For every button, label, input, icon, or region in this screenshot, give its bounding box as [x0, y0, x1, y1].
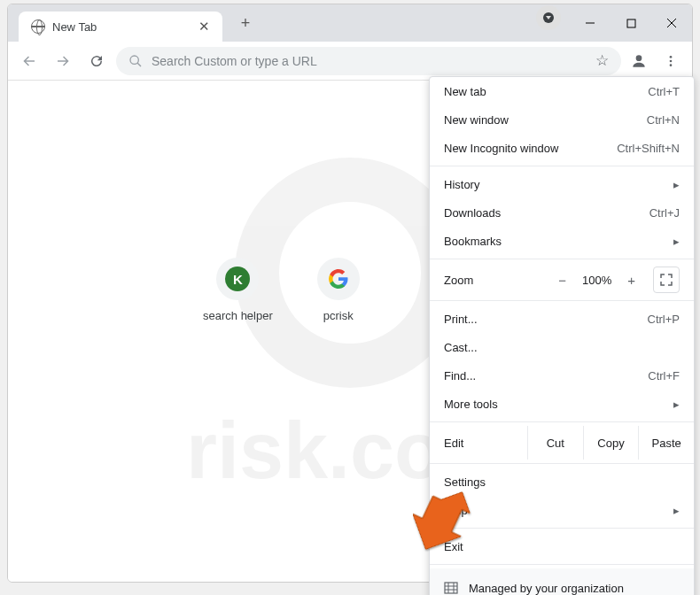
omnibox[interactable]: Search Custom or type a URL ☆ [116, 47, 621, 75]
menu-settings[interactable]: Settings [430, 468, 694, 496]
zoom-in-button[interactable]: + [627, 273, 635, 288]
toolbar: Search Custom or type a URL ☆ [8, 42, 692, 81]
menu-separator [430, 300, 694, 301]
svg-point-10 [670, 59, 673, 62]
menu-managed-by-org[interactable]: Managed by your organization [430, 568, 694, 595]
shortcut-label: pcrisk [323, 309, 354, 322]
close-tab-icon[interactable]: ✕ [198, 19, 210, 35]
menu-new-window[interactable]: New windowCtrl+N [430, 105, 694, 134]
kebab-menu-button[interactable] [657, 47, 685, 75]
zoom-out-button[interactable]: − [558, 273, 566, 288]
menu-new-tab[interactable]: New tabCtrl+T [430, 77, 694, 105]
menu-separator [430, 528, 694, 529]
edit-paste-button[interactable]: Paste [639, 426, 694, 460]
svg-point-11 [670, 64, 673, 66]
zoom-value: 100% [582, 274, 611, 287]
shortcut-label: search helper [203, 309, 273, 322]
chevron-right-icon: ▸ [673, 235, 680, 248]
shortcut-pcrisk[interactable]: pcrisk [317, 258, 360, 322]
svg-point-9 [670, 56, 673, 58]
menu-exit[interactable]: Exit [430, 532, 694, 560]
forward-button[interactable] [49, 47, 77, 75]
chevron-right-icon: ▸ [673, 504, 680, 517]
chevron-right-icon: ▸ [673, 178, 680, 191]
menu-separator [430, 259, 694, 259]
titlebar: New Tab ✕ + [8, 4, 692, 42]
maximize-button[interactable] [611, 5, 651, 41]
shortcut-icon [317, 258, 360, 300]
menu-new-incognito[interactable]: New Incognito windowCtrl+Shift+N [430, 134, 694, 162]
ntp-shortcuts: K search helper pcrisk [203, 258, 360, 322]
menu-separator [430, 564, 694, 565]
svg-line-7 [137, 63, 141, 66]
menu-separator [430, 421, 694, 422]
google-icon [328, 268, 349, 290]
menu-print[interactable]: Print...Ctrl+P [430, 305, 694, 333]
shortcut-icon: K [216, 258, 259, 300]
back-button[interactable] [15, 47, 43, 75]
edit-copy-button[interactable]: Copy [584, 426, 640, 460]
bookmark-star-icon[interactable]: ☆ [595, 51, 609, 70]
svg-rect-12 [445, 583, 457, 593]
menu-zoom: Zoom − 100% + [430, 263, 694, 297]
menu-separator [430, 166, 694, 166]
edit-cut-button[interactable]: Cut [528, 426, 584, 460]
menu-bookmarks[interactable]: Bookmarks▸ [430, 227, 694, 255]
tab-title: New Tab [52, 20, 97, 34]
menu-history[interactable]: History▸ [430, 170, 694, 198]
extension-badge[interactable] [536, 5, 561, 30]
chevron-right-icon: ▸ [673, 398, 680, 411]
new-tab-button[interactable]: + [233, 11, 258, 35]
profile-button[interactable] [626, 49, 651, 73]
minimize-button[interactable] [570, 5, 611, 41]
window-controls [536, 5, 692, 41]
omnibox-placeholder: Search Custom or type a URL [152, 54, 587, 68]
shortcut-search-helper[interactable]: K search helper [203, 258, 273, 322]
chrome-menu: New tabCtrl+T New windowCtrl+N New Incog… [429, 76, 695, 595]
menu-separator [430, 463, 694, 464]
menu-downloads[interactable]: DownloadsCtrl+J [430, 198, 694, 227]
fullscreen-button[interactable] [653, 267, 680, 293]
reload-button[interactable] [82, 47, 111, 75]
close-window-button[interactable] [651, 5, 692, 41]
svg-rect-3 [627, 19, 635, 27]
browser-tab[interactable]: New Tab ✕ [19, 12, 222, 42]
menu-more-tools[interactable]: More tools▸ [430, 390, 694, 418]
menu-find[interactable]: Find...Ctrl+F [430, 361, 694, 390]
menu-help[interactable]: Help▸ [430, 496, 694, 524]
svg-point-6 [130, 56, 138, 64]
globe-icon [31, 19, 45, 34]
organization-icon [444, 581, 458, 595]
menu-edit: Edit Cut Copy Paste [430, 426, 694, 460]
menu-cast[interactable]: Cast... [430, 333, 694, 361]
search-icon [128, 54, 143, 68]
svg-point-8 [636, 55, 642, 61]
